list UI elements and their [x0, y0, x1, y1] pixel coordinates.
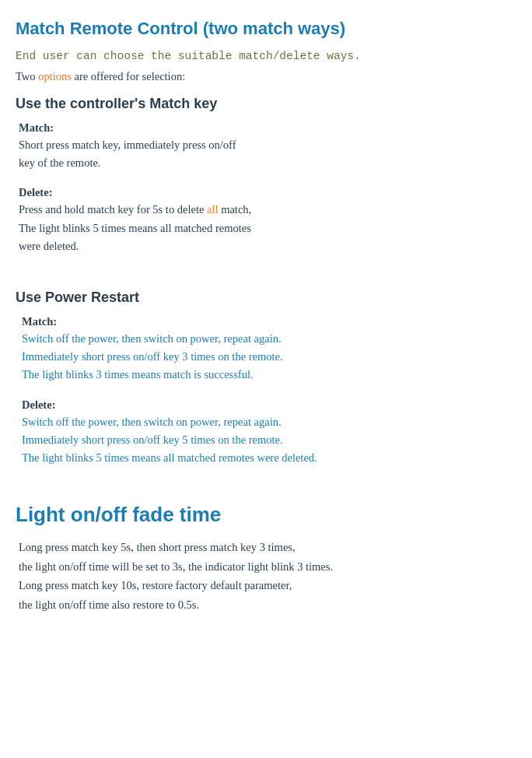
page-title: Match Remote Control (two match ways)	[16, 19, 510, 39]
intro-text: End user can choose the suitable match/d…	[16, 50, 510, 62]
section3-heading: Light on/off fade time	[16, 503, 510, 527]
spacer2	[16, 481, 510, 498]
options-prefix: Two	[16, 70, 38, 82]
section1-match: Match: Short press match key, immediatel…	[16, 121, 510, 172]
section1-delete: Delete: Press and hold match key for 5s …	[16, 186, 510, 255]
options-line: Two options are offered for selection:	[16, 70, 510, 83]
section2-delete-label: Delete:	[22, 398, 510, 412]
section2-heading: Use Power Restart	[16, 290, 510, 306]
section3-text: Long press match key 5s, then short pres…	[19, 538, 510, 615]
section1-match-label: Match:	[19, 121, 510, 135]
section1-delete-label: Delete:	[19, 186, 510, 199]
section2-match-body: Switch off the power, then switch on pow…	[22, 330, 510, 384]
options-suffix: are offered for selection:	[72, 70, 185, 82]
section2-match: Match: Switch off the power, then switch…	[16, 315, 510, 384]
section2-delete-body: Switch off the power, then switch on pow…	[22, 413, 510, 468]
options-highlight: options	[38, 70, 72, 82]
section1-delete-body: Press and hold match key for 5s to delet…	[19, 201, 510, 255]
section1-match-body: Short press match key, immediately press…	[19, 136, 510, 172]
section1-heading: Use the controller's Match key	[16, 96, 510, 112]
section2-match-label: Match:	[22, 315, 510, 328]
section2-delete: Delete: Switch off the power, then switc…	[16, 398, 510, 468]
section3-body: Long press match key 5s, then short pres…	[16, 538, 510, 615]
spacer1	[16, 269, 510, 286]
